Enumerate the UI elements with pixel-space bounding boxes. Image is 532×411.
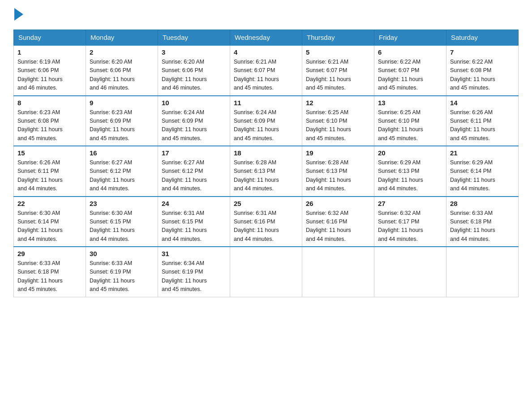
day-number: 30 <box>90 250 154 257</box>
calendar-cell: 18 Sunrise: 6:28 AMSunset: 6:13 PMDaylig… <box>230 146 302 197</box>
calendar-cell: 6 Sunrise: 6:22 AMSunset: 6:07 PMDayligh… <box>374 45 446 96</box>
day-info: Sunrise: 6:22 AMSunset: 6:07 PMDaylight:… <box>378 58 442 93</box>
day-number: 21 <box>450 149 515 157</box>
calendar-cell: 15 Sunrise: 6:26 AMSunset: 6:11 PMDaylig… <box>14 146 86 197</box>
day-number: 6 <box>378 48 442 56</box>
calendar-cell: 1 Sunrise: 6:19 AMSunset: 6:06 PMDayligh… <box>14 45 86 96</box>
day-info: Sunrise: 6:30 AMSunset: 6:14 PMDaylight:… <box>17 209 82 244</box>
day-info: Sunrise: 6:25 AMSunset: 6:10 PMDaylight:… <box>306 108 370 143</box>
day-info: Sunrise: 6:29 AMSunset: 6:14 PMDaylight:… <box>450 158 515 193</box>
calendar-cell <box>374 247 446 297</box>
day-number: 9 <box>90 99 154 107</box>
day-info: Sunrise: 6:29 AMSunset: 6:13 PMDaylight:… <box>378 158 442 193</box>
day-number: 29 <box>17 250 82 257</box>
day-info: Sunrise: 6:33 AMSunset: 6:18 PMDaylight:… <box>17 259 82 294</box>
calendar-week-row: 29 Sunrise: 6:33 AMSunset: 6:18 PMDaylig… <box>14 247 519 297</box>
day-info: Sunrise: 6:23 AMSunset: 6:09 PMDaylight:… <box>90 108 154 143</box>
day-number: 12 <box>306 99 370 107</box>
calendar-week-row: 1 Sunrise: 6:19 AMSunset: 6:06 PMDayligh… <box>14 45 519 96</box>
calendar-cell <box>230 247 302 297</box>
day-info: Sunrise: 6:31 AMSunset: 6:15 PMDaylight:… <box>162 209 226 244</box>
day-number: 25 <box>234 200 298 207</box>
calendar-cell: 5 Sunrise: 6:21 AMSunset: 6:07 PMDayligh… <box>302 45 374 96</box>
calendar-cell: 11 Sunrise: 6:24 AMSunset: 6:09 PMDaylig… <box>230 96 302 146</box>
day-info: Sunrise: 6:32 AMSunset: 6:17 PMDaylight:… <box>378 209 442 244</box>
day-info: Sunrise: 6:25 AMSunset: 6:10 PMDaylight:… <box>378 108 442 143</box>
day-info: Sunrise: 6:19 AMSunset: 6:06 PMDaylight:… <box>17 58 82 93</box>
calendar-cell: 17 Sunrise: 6:27 AMSunset: 6:12 PMDaylig… <box>158 146 230 197</box>
calendar-week-row: 22 Sunrise: 6:30 AMSunset: 6:14 PMDaylig… <box>14 197 519 247</box>
calendar-header-sunday: Sunday <box>14 30 86 46</box>
calendar-cell: 30 Sunrise: 6:33 AMSunset: 6:19 PMDaylig… <box>86 247 158 297</box>
calendar-header-monday: Monday <box>86 30 158 46</box>
calendar-cell: 16 Sunrise: 6:27 AMSunset: 6:12 PMDaylig… <box>86 146 158 197</box>
day-info: Sunrise: 6:21 AMSunset: 6:07 PMDaylight:… <box>306 58 370 93</box>
calendar-cell: 21 Sunrise: 6:29 AMSunset: 6:14 PMDaylig… <box>446 146 519 197</box>
calendar-cell: 28 Sunrise: 6:33 AMSunset: 6:18 PMDaylig… <box>446 197 519 247</box>
calendar-cell: 7 Sunrise: 6:22 AMSunset: 6:08 PMDayligh… <box>446 45 519 96</box>
day-info: Sunrise: 6:28 AMSunset: 6:13 PMDaylight:… <box>234 158 298 193</box>
calendar-header-friday: Friday <box>374 30 446 46</box>
day-number: 23 <box>90 200 154 207</box>
calendar-cell: 9 Sunrise: 6:23 AMSunset: 6:09 PMDayligh… <box>86 96 158 146</box>
calendar-cell: 27 Sunrise: 6:32 AMSunset: 6:17 PMDaylig… <box>374 197 446 247</box>
calendar-cell: 26 Sunrise: 6:32 AMSunset: 6:16 PMDaylig… <box>302 197 374 247</box>
day-info: Sunrise: 6:23 AMSunset: 6:08 PMDaylight:… <box>17 108 82 143</box>
calendar-cell: 12 Sunrise: 6:25 AMSunset: 6:10 PMDaylig… <box>302 96 374 146</box>
day-info: Sunrise: 6:28 AMSunset: 6:13 PMDaylight:… <box>306 158 370 193</box>
day-number: 13 <box>378 99 442 107</box>
calendar-cell: 3 Sunrise: 6:20 AMSunset: 6:06 PMDayligh… <box>158 45 230 96</box>
calendar-body: 1 Sunrise: 6:19 AMSunset: 6:06 PMDayligh… <box>14 45 519 297</box>
calendar-cell: 24 Sunrise: 6:31 AMSunset: 6:15 PMDaylig… <box>158 197 230 247</box>
calendar-week-row: 8 Sunrise: 6:23 AMSunset: 6:08 PMDayligh… <box>14 96 519 146</box>
day-info: Sunrise: 6:34 AMSunset: 6:19 PMDaylight:… <box>162 259 226 294</box>
day-number: 28 <box>450 200 515 207</box>
day-info: Sunrise: 6:27 AMSunset: 6:12 PMDaylight:… <box>90 158 154 193</box>
day-number: 15 <box>17 149 82 157</box>
day-number: 2 <box>90 48 154 56</box>
day-info: Sunrise: 6:32 AMSunset: 6:16 PMDaylight:… <box>306 209 370 244</box>
day-number: 4 <box>234 48 298 56</box>
day-info: Sunrise: 6:24 AMSunset: 6:09 PMDaylight:… <box>234 108 298 143</box>
calendar-header-row: SundayMondayTuesdayWednesdayThursdayFrid… <box>14 30 519 46</box>
logo-arrow-icon <box>14 8 23 21</box>
day-number: 11 <box>234 99 298 107</box>
day-info: Sunrise: 6:33 AMSunset: 6:19 PMDaylight:… <box>90 259 154 294</box>
day-number: 19 <box>306 149 370 157</box>
day-info: Sunrise: 6:27 AMSunset: 6:12 PMDaylight:… <box>162 158 226 193</box>
logo <box>13 9 24 21</box>
day-number: 27 <box>378 200 442 207</box>
day-number: 17 <box>162 149 226 157</box>
day-info: Sunrise: 6:20 AMSunset: 6:06 PMDaylight:… <box>162 58 226 93</box>
calendar-cell <box>446 247 519 297</box>
calendar-cell <box>302 247 374 297</box>
day-number: 16 <box>90 149 154 157</box>
day-number: 31 <box>162 250 226 257</box>
calendar-header-saturday: Saturday <box>446 30 519 46</box>
day-number: 10 <box>162 99 226 107</box>
calendar-cell: 23 Sunrise: 6:30 AMSunset: 6:15 PMDaylig… <box>86 197 158 247</box>
calendar-cell: 10 Sunrise: 6:24 AMSunset: 6:09 PMDaylig… <box>158 96 230 146</box>
page-header <box>13 9 519 21</box>
calendar-cell: 31 Sunrise: 6:34 AMSunset: 6:19 PMDaylig… <box>158 247 230 297</box>
day-number: 26 <box>306 200 370 207</box>
calendar-cell: 20 Sunrise: 6:29 AMSunset: 6:13 PMDaylig… <box>374 146 446 197</box>
day-info: Sunrise: 6:24 AMSunset: 6:09 PMDaylight:… <box>162 108 226 143</box>
day-info: Sunrise: 6:22 AMSunset: 6:08 PMDaylight:… <box>450 58 515 93</box>
calendar-cell: 29 Sunrise: 6:33 AMSunset: 6:18 PMDaylig… <box>14 247 86 297</box>
calendar-cell: 22 Sunrise: 6:30 AMSunset: 6:14 PMDaylig… <box>14 197 86 247</box>
day-info: Sunrise: 6:26 AMSunset: 6:11 PMDaylight:… <box>450 108 515 143</box>
day-info: Sunrise: 6:31 AMSunset: 6:16 PMDaylight:… <box>234 209 298 244</box>
calendar-header-tuesday: Tuesday <box>158 30 230 46</box>
calendar-cell: 14 Sunrise: 6:26 AMSunset: 6:11 PMDaylig… <box>446 96 519 146</box>
day-number: 14 <box>450 99 515 107</box>
day-info: Sunrise: 6:33 AMSunset: 6:18 PMDaylight:… <box>450 209 515 244</box>
day-number: 8 <box>17 99 82 107</box>
calendar-cell: 13 Sunrise: 6:25 AMSunset: 6:10 PMDaylig… <box>374 96 446 146</box>
day-number: 24 <box>162 200 226 207</box>
day-number: 18 <box>234 149 298 157</box>
calendar-header-thursday: Thursday <box>302 30 374 46</box>
day-number: 5 <box>306 48 370 56</box>
calendar-header-wednesday: Wednesday <box>230 30 302 46</box>
day-number: 7 <box>450 48 515 56</box>
